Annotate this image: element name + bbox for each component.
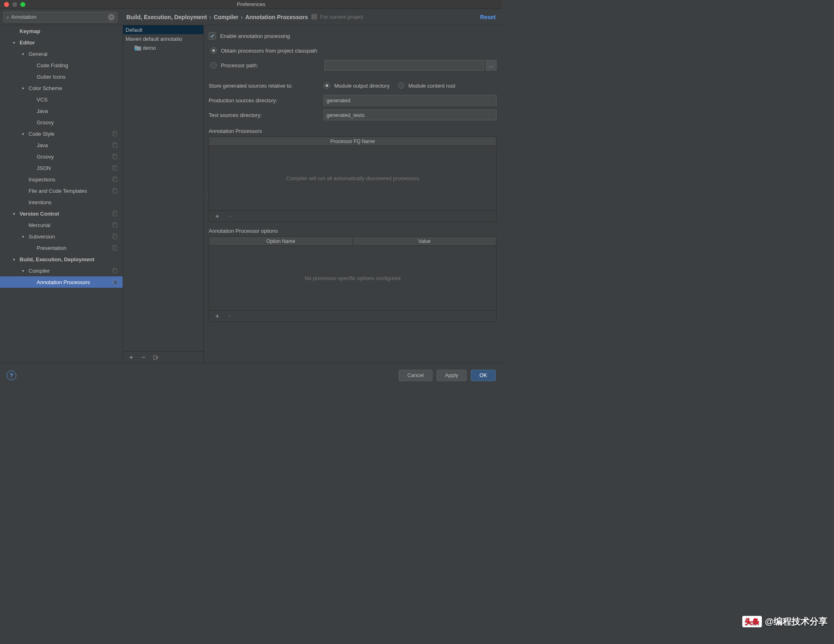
close-window-button[interactable] — [4, 2, 9, 7]
breadcrumb-part[interactable]: Build, Execution, Deployment — [126, 14, 207, 20]
tree-item-annotation-processors[interactable]: Annotation Processors — [0, 276, 123, 288]
tree-item-label: Intentions — [29, 199, 123, 205]
prod-sources-input[interactable] — [324, 95, 496, 106]
tree-item-label: Annotation Processors — [37, 279, 112, 285]
tree-item-json[interactable]: JSON — [0, 162, 123, 174]
expand-arrow-icon: ▾ — [13, 257, 18, 262]
processor-options-title: Annotation Processor options — [209, 228, 496, 234]
column-resize-handle[interactable]: ⋮⋮ — [204, 25, 207, 363]
move-profile-button[interactable] — [152, 353, 160, 362]
add-option-button[interactable]: + — [213, 312, 221, 320]
module-output-label: Module output directory — [334, 83, 390, 89]
tree-item-general[interactable]: ▾General — [0, 48, 123, 60]
tree-item-label: Subversion — [29, 234, 112, 240]
tree-item-intentions[interactable]: Intentions — [0, 196, 123, 208]
help-button[interactable]: ? — [7, 371, 16, 380]
maximize-window-button[interactable] — [20, 2, 25, 7]
copy-icon — [112, 142, 118, 148]
tree-item-groovy[interactable]: Groovy — [0, 117, 123, 128]
tree-item-editor[interactable]: ▾Editor — [0, 37, 123, 48]
tree-item-groovy[interactable]: Groovy — [0, 151, 123, 162]
expand-arrow-icon: ▾ — [22, 132, 27, 136]
options-table[interactable]: Option Name Value No processor-specific … — [209, 236, 496, 311]
copy-icon — [112, 211, 118, 216]
apply-button[interactable]: Apply — [437, 370, 467, 381]
svg-rect-25 — [135, 49, 137, 51]
remove-processor-button[interactable]: − — [225, 212, 234, 221]
tree-item-label: Presentation — [37, 245, 112, 251]
search-input[interactable] — [11, 14, 108, 20]
obtain-classpath-radio[interactable] — [210, 47, 217, 54]
tree-item-vcs[interactable]: VCS — [0, 94, 123, 105]
tree-item-label: Compiler — [29, 268, 112, 274]
processors-table[interactable]: Processor FQ Name Compiler will run all … — [209, 137, 496, 211]
dialog-footer: ? Cancel Apply OK — [0, 363, 502, 387]
breadcrumb-part[interactable]: Compiler — [214, 14, 238, 20]
settings-content: Enable annotation processing Obtain proc… — [207, 25, 502, 363]
expand-arrow-icon: ▾ — [22, 234, 27, 239]
remove-profile-button[interactable]: − — [139, 353, 148, 362]
svg-rect-11 — [114, 189, 117, 193]
module-content-radio[interactable] — [398, 82, 404, 89]
profile-module-demo[interactable]: demo — [123, 43, 203, 52]
copy-icon — [112, 279, 118, 285]
copy-icon — [112, 154, 118, 159]
profile-item-default[interactable]: Default — [123, 25, 203, 34]
toolbar: ⌕ ✕ Build, Execution, Deployment › Compi… — [0, 9, 502, 25]
ok-button[interactable]: OK — [471, 370, 496, 381]
test-sources-label: Test sources directory: — [209, 112, 324, 118]
tree-item-code-folding[interactable]: Code Folding — [0, 60, 123, 71]
add-processor-button[interactable]: + — [213, 212, 221, 221]
expand-arrow-icon: ▾ — [22, 269, 27, 273]
search-box[interactable]: ⌕ ✕ — [3, 12, 117, 22]
options-table-empty: No processor-specific options configured — [209, 246, 496, 310]
tree-item-java[interactable]: Java — [0, 139, 123, 151]
folder-icon — [135, 45, 141, 51]
copy-icon — [112, 188, 118, 194]
processor-path-input[interactable] — [324, 60, 484, 71]
tree-item-version-control[interactable]: ▾Version Control — [0, 208, 123, 219]
tree-item-file-and-code-templates[interactable]: File and Code Templates — [0, 185, 123, 196]
chevron-right-icon: › — [210, 14, 212, 20]
tree-item-code-style[interactable]: ▾Code Style — [0, 128, 123, 139]
enable-annotation-checkbox[interactable] — [209, 32, 216, 40]
tree-item-mercurial[interactable]: Mercurial — [0, 219, 123, 231]
processor-path-label: Processor path: — [221, 62, 324, 68]
tree-item-gutter-icons[interactable]: Gutter Icons — [0, 71, 123, 82]
module-output-radio[interactable] — [324, 82, 330, 89]
tree-item-color-scheme[interactable]: ▾Color Scheme — [0, 82, 123, 94]
tree-item-label: JSON — [37, 165, 112, 171]
svg-rect-23 — [114, 280, 117, 285]
tree-item-label: Editor — [20, 40, 123, 46]
add-profile-button[interactable]: + — [127, 353, 135, 362]
tree-item-label: File and Code Templates — [29, 188, 112, 194]
prod-sources-label: Production sources directory: — [209, 97, 324, 104]
expand-arrow-icon: ▾ — [22, 52, 27, 56]
tree-item-presentation[interactable]: Presentation — [0, 242, 123, 254]
reset-link[interactable]: Reset — [480, 14, 496, 20]
tree-item-build-execution-deployment[interactable]: ▾Build, Execution, Deployment — [0, 254, 123, 265]
profiles-list[interactable]: Default Maven default annotatio demo — [123, 25, 203, 351]
tree-item-keymap[interactable]: Keymap — [0, 25, 123, 37]
processors-table-header: Processor FQ Name — [209, 137, 496, 146]
cancel-button[interactable]: Cancel — [399, 370, 432, 381]
search-icon: ⌕ — [6, 14, 9, 20]
tree-item-compiler[interactable]: ▾Compiler — [0, 265, 123, 276]
settings-tree[interactable]: Keymap▾Editor▾GeneralCode FoldingGutter … — [0, 25, 123, 363]
processor-path-radio[interactable] — [210, 62, 217, 68]
test-sources-input[interactable] — [324, 110, 496, 120]
profile-item-maven[interactable]: Maven default annotatio — [123, 34, 203, 43]
browse-processor-path-button[interactable]: … — [486, 60, 496, 71]
clear-search-icon[interactable]: ✕ — [108, 14, 115, 20]
tree-item-inspections[interactable]: Inspections — [0, 174, 123, 185]
copy-icon — [112, 165, 118, 171]
tree-item-label: Groovy — [37, 154, 112, 160]
minimize-window-button[interactable] — [12, 2, 17, 7]
remove-option-button[interactable]: − — [225, 312, 234, 320]
tree-item-label: Inspections — [29, 176, 112, 183]
tree-item-java[interactable]: Java — [0, 105, 123, 117]
processors-toolbar: + − — [209, 211, 496, 222]
tree-item-label: General — [29, 51, 123, 57]
expand-arrow-icon: ▾ — [13, 40, 18, 45]
tree-item-subversion[interactable]: ▾Subversion — [0, 231, 123, 242]
